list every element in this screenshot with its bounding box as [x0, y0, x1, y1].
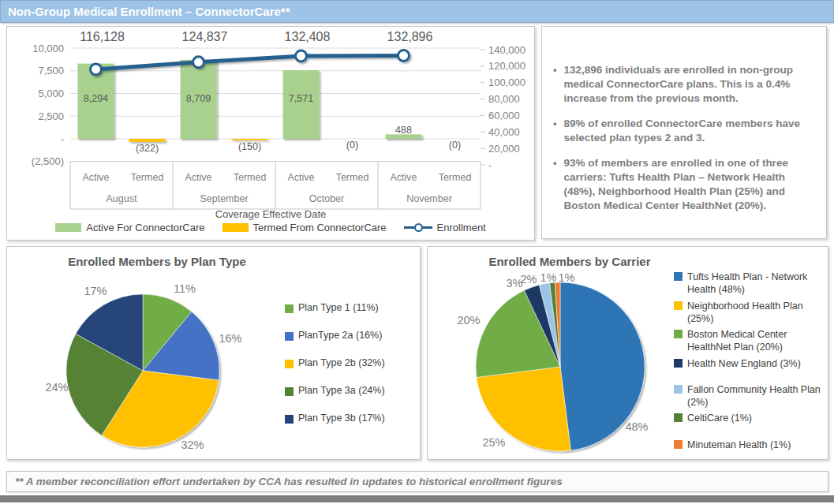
active-bar-swatch-icon: [55, 223, 81, 232]
legend-label: Plan Type 3a (24%): [298, 385, 385, 396]
enrollment-line: [96, 55, 404, 69]
footnote-bar: ** A member reconciliation effort undert…: [6, 471, 828, 492]
legend-color-swatch-icon: [674, 413, 683, 422]
legend-label: CeltiCare (1%): [687, 412, 752, 424]
page-title: Non-Group Medical Enrollment – Connector…: [8, 5, 290, 18]
plan-type-legend: Plan Type 1 (11%)PlanType 2a (16%)Plan T…: [285, 302, 385, 424]
legend-color-swatch-icon: [674, 440, 683, 449]
legend-label: Plan Type 1 (11%): [298, 302, 379, 313]
legend-label: Fallon Community Health Plan (2%): [687, 383, 824, 409]
insight-text: 132,896 individuals are enrolled in non-…: [564, 63, 817, 106]
bullet-icon: •: [553, 117, 557, 145]
legend-item-active: Active For ConnectorCare: [55, 222, 204, 233]
right-axis-tick-label: -: [488, 159, 492, 171]
legend-item: Boston Medical Center HealthNet Plan (20…: [674, 328, 824, 354]
month-label: August: [107, 193, 137, 204]
right-axis-tick-label: 20,000: [488, 143, 520, 155]
legend-color-swatch-icon: [285, 304, 294, 313]
footnote-text: ** A member reconciliation effort undert…: [15, 476, 563, 487]
enrollment-value-label: 132,408: [285, 30, 331, 43]
sub-category-label: Termed: [234, 172, 267, 183]
month-label: September: [200, 193, 248, 204]
legend-color-swatch-icon: [674, 330, 683, 338]
right-axis-tick-label: 120,000: [488, 60, 525, 72]
legend-item: PlanType 2a (16%): [285, 330, 385, 341]
sub-category-label: Active: [185, 172, 211, 183]
legend-label: Boston Medical Center HealthNet Plan (20…: [687, 328, 824, 354]
legend-item: Plan Type 1 (11%): [285, 302, 385, 313]
enrollment-line-swatch-icon: [404, 223, 432, 232]
termed-bar: [232, 139, 268, 140]
right-axis-tick-label: 80,000: [488, 93, 520, 105]
termed-bar-swatch-icon: [223, 223, 249, 232]
plan-type-panel: Enrolled Members by Plan Type 11%16%32%2…: [6, 246, 421, 460]
right-axis-tick-label: 60,000: [488, 110, 520, 121]
left-axis-tick-label: 2,500: [38, 110, 64, 122]
insights-panel: • 132,896 individuals are enrolled in no…: [541, 26, 827, 239]
legend-item: Plan Type 2b (32%): [285, 357, 385, 368]
termed-bar-value-label: (0): [346, 140, 358, 151]
legend-color-swatch-icon: [674, 359, 683, 368]
legend-item: Plan Type 3b (17%): [285, 413, 385, 424]
legend-label: Enrollment: [437, 222, 486, 233]
legend-color-swatch-icon: [674, 385, 683, 394]
legend-color-swatch-icon: [674, 301, 683, 310]
legend-label: Active For ConnectorCare: [86, 222, 204, 233]
bullet-icon: •: [553, 63, 557, 106]
active-bar: [283, 70, 320, 139]
enrollment-line-marker: [193, 57, 204, 68]
sub-category-label: Termed: [336, 172, 369, 183]
legend-item: Minuteman Health (1%): [674, 439, 824, 451]
termed-bar-value-label: (150): [238, 141, 261, 152]
pie-slice-label: 32%: [181, 439, 204, 451]
pie-slice-label: 2%: [521, 273, 537, 286]
legend-label: Plan Type 3b (17%): [298, 413, 385, 424]
x-axis-title: Coverage Effective Date: [50, 208, 492, 220]
bullet-icon: •: [553, 156, 557, 213]
insight-bullet: • 93% of members are enrolled in one of …: [553, 156, 817, 213]
pie-slice-label: 20%: [457, 314, 480, 327]
insight-bullet: • 132,896 individuals are enrolled in no…: [553, 63, 817, 106]
right-axis-tick-label: 100,000: [488, 77, 525, 88]
legend-color-swatch-icon: [674, 272, 683, 281]
legend-label: Minuteman Health (1%): [687, 439, 791, 451]
carrier-panel: Enrolled Members by Carrier 48%25%20%3%2…: [427, 246, 828, 460]
active-bar-value-label: 8,709: [186, 93, 211, 104]
insight-text: 93% of members are enrolled in one of th…: [564, 156, 817, 213]
sub-category-label: Active: [287, 172, 314, 183]
legend-label: Termed From ConnectorCare: [253, 222, 387, 233]
pie-slice-label: 1%: [540, 271, 557, 284]
pie-slice-label: 17%: [84, 285, 107, 297]
left-axis-tick-label: -: [61, 133, 64, 145]
insight-bullet: • 89% of enrolled ConnectorCare members …: [553, 117, 817, 145]
enrollment-trend-panel: 10,0007,5005,0002,500-(2,500)140,000120,…: [6, 26, 535, 241]
legend-item: CeltiCare (1%): [674, 412, 824, 424]
left-axis-tick-label: 5,000: [38, 88, 64, 99]
pie-slice-label: 48%: [625, 420, 648, 433]
enrollment-value-label: 116,128: [80, 30, 125, 43]
termed-bar: [129, 139, 166, 142]
legend-label: PlanType 2a (16%): [298, 330, 382, 341]
legend-label: Tufts Health Plan - Network Health (48%): [687, 271, 824, 297]
legend-item-enrollment: Enrollment: [404, 222, 486, 233]
legend-item: Plan Type 3a (24%): [285, 385, 385, 396]
legend-label: Health New England (3%): [687, 357, 801, 370]
sub-category-label: Termed: [131, 172, 164, 183]
legend-item: Health New England (3%): [674, 357, 824, 370]
left-axis-tick-label: 10,000: [32, 43, 64, 54]
insight-text: 89% of enrolled ConnectorCare members ha…: [564, 117, 817, 145]
legend-color-swatch-icon: [285, 387, 294, 396]
pie-slice-label: 11%: [174, 282, 196, 295]
legend-item-termed: Termed From ConnectorCare: [223, 222, 387, 233]
legend-color-swatch-icon: [285, 415, 294, 424]
pie-slice-label: 16%: [219, 332, 241, 345]
month-label: November: [406, 193, 452, 204]
left-axis-tick-label: 7,500: [38, 65, 64, 77]
active-bar-value-label: 7,571: [289, 93, 313, 104]
left-axis-tick-label: (2,500): [32, 155, 64, 167]
legend-label: Plan Type 2b (32%): [298, 357, 385, 368]
enrollment-line-marker: [296, 50, 307, 62]
legend-item: Neighborhood Health Plan (25%): [674, 300, 824, 326]
enrollment-combo-chart: 10,0007,5005,0002,500-(2,500)140,000120,…: [7, 27, 533, 211]
active-bar-value-label: 488: [395, 125, 412, 136]
